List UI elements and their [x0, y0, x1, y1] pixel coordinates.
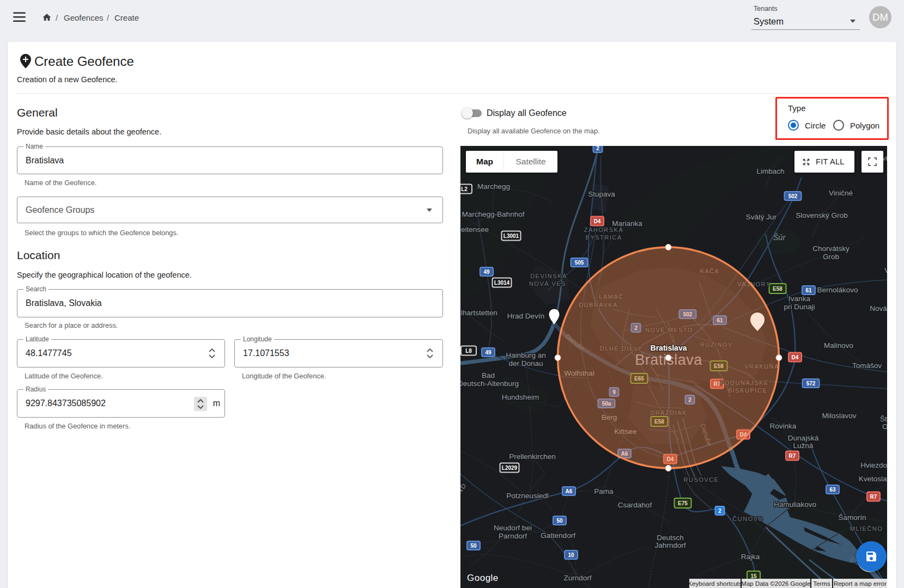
svg-text:Slovenský Grob: Slovenský Grob: [796, 211, 847, 219]
svg-text:Potzneusiedl: Potzneusiedl: [506, 492, 548, 500]
svg-text:Chorvátsky: Chorvátsky: [812, 244, 850, 253]
svg-text:Bernolákovo: Bernolákovo: [817, 286, 858, 294]
svg-text:BYSTRICA: BYSTRICA: [585, 234, 622, 241]
svg-text:Štvrto: Štvrto: [880, 415, 887, 423]
svg-text:Prellenkirchen: Prellenkirchen: [509, 452, 556, 461]
svg-text:eitensee: eitensee: [461, 225, 489, 234]
svg-text:Miloslavov: Miloslavov: [822, 412, 856, 420]
svg-text:49: 49: [483, 269, 490, 275]
svg-text:L3001: L3001: [503, 233, 519, 239]
svg-text:Viničné: Viničné: [829, 189, 853, 197]
svg-text:2: 2: [596, 146, 599, 151]
svg-text:Dunajská: Dunajská: [788, 434, 819, 442]
svg-text:L2: L2: [461, 186, 468, 192]
svg-text:Lužná: Lužná: [793, 442, 814, 450]
svg-text:D4: D4: [594, 218, 601, 224]
svg-text:L2029: L2029: [502, 465, 518, 471]
svg-text:Deutsch-Altenburg: Deutsch-Altenburg: [460, 379, 519, 388]
svg-text:Gattendorf: Gattendorf: [541, 531, 575, 540]
svg-text:Ve: Ve: [884, 266, 887, 274]
svg-text:NOVÁ VES: NOVÁ VES: [529, 280, 566, 287]
svg-text:2: 2: [718, 508, 721, 514]
svg-text:Marchegg-Bahnhof: Marchegg-Bahnhof: [462, 210, 525, 218]
svg-text:pri Dunaji: pri Dunaji: [784, 303, 815, 311]
svg-text:RUSOVCE: RUSOVCE: [684, 476, 719, 483]
svg-text:Bratislava: Bratislava: [651, 344, 687, 352]
svg-text:Hainburg an: Hainburg an: [506, 351, 546, 359]
svg-text:lhartstetten: lhartstetten: [461, 309, 497, 317]
svg-text:Hamuliakovo: Hamuliakovo: [774, 500, 816, 509]
svg-text:505: 505: [575, 260, 584, 266]
svg-text:L3014: L3014: [494, 280, 510, 286]
svg-text:Tomášov: Tomášov: [852, 362, 882, 370]
svg-text:Jahrndorf: Jahrndorf: [654, 541, 685, 549]
svg-text:Hundsheim: Hundsheim: [502, 393, 539, 401]
svg-text:Šamorín: Šamorín: [838, 513, 866, 522]
svg-text:ZÁHORSKÁ: ZÁHORSKÁ: [584, 226, 624, 233]
svg-text:Stupava: Stupava: [588, 190, 615, 198]
svg-text:der Donau: der Donau: [508, 359, 543, 367]
svg-text:ČUNOVO: ČUNOVO: [732, 516, 763, 522]
svg-text:15: 15: [750, 573, 757, 579]
svg-text:D4: D4: [792, 354, 799, 360]
svg-text:Marchegg: Marchegg: [477, 182, 510, 191]
svg-text:572: 572: [806, 381, 816, 387]
svg-text:Hviezdos: Hviezdos: [860, 461, 887, 469]
svg-text:63: 63: [829, 487, 836, 493]
svg-text:Svätý Jur: Svätý Jur: [746, 213, 777, 221]
svg-text:Pama: Pama: [594, 487, 614, 495]
svg-text:50: 50: [470, 543, 477, 549]
svg-text:R7: R7: [870, 494, 877, 500]
svg-text:Grob: Grob: [823, 253, 839, 261]
svg-text:Csardahof: Csardahof: [618, 501, 652, 509]
svg-text:Ostr: Ostr: [882, 422, 887, 431]
svg-text:Limbach: Limbach: [756, 167, 784, 175]
svg-text:Deutsch: Deutsch: [657, 534, 684, 542]
svg-text:Šúr: Šúr: [773, 233, 786, 242]
svg-text:Bad: Bad: [482, 371, 495, 379]
svg-text:Neudorf bei: Neudorf bei: [494, 524, 532, 532]
svg-text:10: 10: [568, 552, 574, 558]
svg-text:Rovinka: Rovinka: [770, 422, 797, 430]
svg-text:Hrad Devín: Hrad Devín: [507, 312, 544, 320]
svg-text:MLIEČNO: MLIEČNO: [850, 525, 883, 532]
svg-text:Kvetoslav: Kvetoslav: [859, 475, 887, 483]
svg-text:Rajka: Rajka: [741, 553, 760, 561]
svg-text:Malinovo: Malinovo: [824, 341, 853, 350]
svg-text:502: 502: [788, 193, 798, 199]
svg-text:Zurndorf: Zurndorf: [563, 574, 591, 582]
svg-text:E75: E75: [678, 500, 688, 506]
svg-text:L8: L8: [465, 348, 472, 354]
svg-text:Ivanka: Ivanka: [788, 295, 810, 303]
svg-text:Nová: Nová: [870, 304, 887, 313]
svg-text:Parndorf: Parndorf: [499, 532, 527, 540]
svg-text:61: 61: [805, 287, 812, 293]
svg-text:E58: E58: [773, 286, 782, 292]
svg-text:R7: R7: [789, 453, 796, 459]
svg-text:50: 50: [556, 518, 563, 524]
svg-text:A6: A6: [566, 488, 573, 494]
svg-text:49: 49: [485, 350, 492, 356]
svg-text:DEVÍNSKA: DEVÍNSKA: [530, 273, 567, 279]
